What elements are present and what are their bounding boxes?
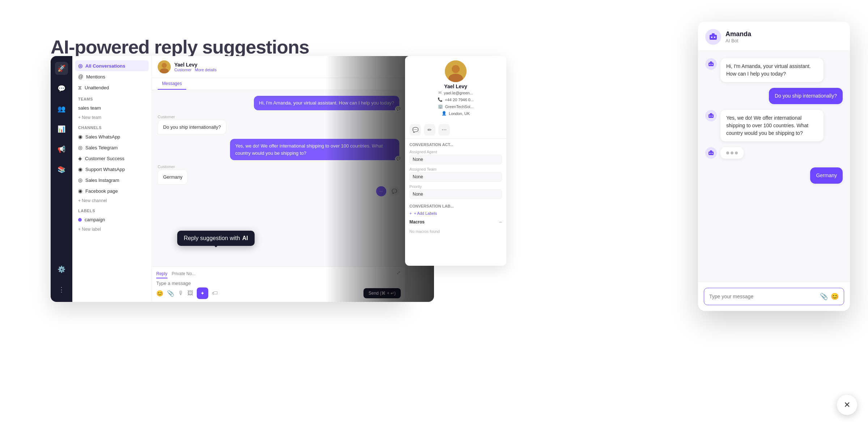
assigned-agent-label: Assigned Agent bbox=[409, 150, 502, 154]
svg-rect-18 bbox=[709, 151, 714, 155]
svg-point-1 bbox=[162, 63, 167, 68]
audio-icon[interactable]: 🎙 bbox=[178, 290, 184, 296]
close-button[interactable]: ✕ bbox=[837, 395, 857, 415]
amanda-bubble-3: Yes, we do! We offer international shipp… bbox=[720, 110, 824, 141]
mentions-icon: @ bbox=[78, 74, 83, 80]
sidebar-add-label[interactable]: + New label bbox=[72, 225, 152, 234]
email-icon: ✉ bbox=[438, 90, 442, 95]
emoji-icon[interactable]: 😊 bbox=[156, 290, 163, 297]
sidebar-item-all-conversations[interactable]: ◎ All Conversations bbox=[75, 60, 149, 71]
more-details-link[interactable]: More details bbox=[195, 68, 217, 72]
nav-icon-bar: 🚀 💬 👥 📊 📢 📚 ⚙️ ⋮ bbox=[51, 56, 72, 302]
amanda-role: AI Bot bbox=[726, 38, 751, 43]
facebook-icon: ◉ bbox=[78, 188, 82, 194]
nav-icon-library[interactable]: 📚 bbox=[55, 163, 68, 176]
sidebar-item-customer-success[interactable]: ◈ Customer Success bbox=[72, 153, 152, 164]
typing-dot-1 bbox=[726, 151, 729, 154]
svg-point-21 bbox=[712, 153, 713, 154]
svg-rect-10 bbox=[709, 63, 714, 66]
tab-messages[interactable]: Messages bbox=[158, 78, 186, 90]
message-bubble-customer-2: Germany bbox=[158, 170, 188, 185]
sidebar-item-sales-whatsapp[interactable]: ◉ Sales WhatsApp bbox=[72, 131, 152, 142]
customer-label-2: Customer bbox=[158, 165, 175, 169]
amanda-emoji-icon[interactable]: 😊 bbox=[831, 293, 839, 300]
svg-point-13 bbox=[712, 64, 713, 65]
svg-rect-11 bbox=[710, 61, 712, 63]
amanda-typing-avatar bbox=[705, 147, 717, 159]
unattended-icon: ⧖ bbox=[78, 85, 82, 91]
amanda-bubble-4: Germany bbox=[810, 167, 843, 184]
sidebar-item-sales-team[interactable]: sales team bbox=[72, 103, 152, 113]
panel-section-labels: Conversation Lab... bbox=[405, 200, 506, 210]
customer-label-1: Customer bbox=[158, 115, 175, 119]
sidebar-item-sales-telegram[interactable]: ◎ Sales Telegram bbox=[72, 142, 152, 153]
image-icon[interactable]: 🖼 bbox=[187, 290, 193, 296]
svg-point-9 bbox=[714, 37, 715, 38]
svg-point-16 bbox=[710, 116, 711, 117]
nav-icon-settings[interactable]: ⚙️ bbox=[55, 263, 68, 276]
sidebar-section-channels: Channels bbox=[72, 122, 152, 131]
amanda-input-area: 📎 😊 bbox=[698, 282, 850, 311]
panel-action-more[interactable]: ⋯ bbox=[438, 124, 450, 136]
svg-point-17 bbox=[712, 116, 713, 117]
amanda-bubble-1: Hi, I'm Amanda, your virtual assistant. … bbox=[720, 58, 824, 82]
sidebar-item-mentions[interactable]: @ Mentions bbox=[72, 71, 152, 82]
whatsapp-icon-1: ◉ bbox=[78, 134, 82, 140]
sidebar-item-unattended[interactable]: ⧖ Unattended bbox=[72, 82, 152, 93]
amanda-bubble-2: Do you ship internationally? bbox=[769, 88, 843, 104]
assigned-team-field: Assigned Team None bbox=[405, 166, 506, 183]
sidebar-section-teams: Teams bbox=[72, 93, 152, 103]
telegram-icon: ◎ bbox=[78, 145, 82, 150]
sidebar-item-support-whatsapp[interactable]: ◉ Support WhatsApp bbox=[72, 164, 152, 175]
customer-avatar bbox=[158, 60, 171, 73]
no-macros-found: No macros found bbox=[405, 227, 506, 236]
sidebar-item-sales-instagram[interactable]: ◎ Sales Instagram bbox=[72, 175, 152, 185]
amanda-input-box: 📎 😊 bbox=[704, 288, 844, 305]
customer-company-row: 🏢 GreenTechSol... bbox=[434, 103, 478, 110]
typing-dot-3 bbox=[735, 151, 738, 154]
sidebar-section-labels: Labels bbox=[72, 205, 152, 214]
customer-success-icon: ◈ bbox=[78, 155, 82, 161]
sidebar-add-team[interactable]: + New team bbox=[72, 113, 152, 122]
nav-icon-chat[interactable]: 💬 bbox=[55, 82, 68, 95]
svg-point-8 bbox=[711, 37, 712, 38]
reply-tab-private[interactable]: Private No... bbox=[172, 270, 196, 278]
nav-icon-megaphone[interactable]: 📢 bbox=[55, 143, 68, 156]
add-labels-row[interactable]: + + Add Labels bbox=[405, 210, 506, 217]
location-icon: 👤 bbox=[442, 111, 447, 116]
sidebar-item-campaign[interactable]: campaign bbox=[72, 214, 152, 225]
amanda-message-1: Hi, I'm Amanda, your virtual assistant. … bbox=[705, 58, 843, 82]
nav-icon-reports[interactable]: 📊 bbox=[55, 123, 68, 136]
customer-panel-header: Yael Levy ✉ yael.le@green... 📞 +44 20 79… bbox=[405, 56, 506, 121]
assigned-agent-value[interactable]: None bbox=[409, 155, 502, 164]
macros-collapse[interactable]: − bbox=[499, 219, 502, 225]
amanda-message-input[interactable] bbox=[709, 294, 817, 299]
amanda-typing bbox=[705, 147, 843, 162]
typing-dot-2 bbox=[731, 151, 733, 154]
company-icon: 🏢 bbox=[438, 104, 443, 109]
sidebar-add-channel[interactable]: + New channel bbox=[72, 196, 152, 205]
priority-value[interactable]: None bbox=[409, 189, 502, 199]
blur-left bbox=[0, 0, 51, 444]
reply-tab-reply[interactable]: Reply bbox=[156, 270, 167, 278]
panel-action-edit[interactable]: ✏ bbox=[424, 124, 435, 136]
amanda-bot-panel: Amanda AI Bot Hi, I'm Amanda, your virtu… bbox=[698, 22, 850, 311]
amanda-msg-avatar-3 bbox=[705, 110, 717, 121]
svg-rect-6 bbox=[710, 35, 717, 40]
panel-action-chat[interactable]: 💬 bbox=[409, 124, 421, 136]
svg-rect-14 bbox=[709, 114, 714, 118]
amanda-header: Amanda AI Bot bbox=[698, 22, 850, 51]
tag-icon[interactable]: 🏷 bbox=[212, 290, 218, 296]
nav-icon-dots[interactable]: ⋮ bbox=[55, 283, 68, 296]
nav-icon-contacts[interactable]: 👥 bbox=[55, 102, 68, 115]
nav-icon-rocket[interactable]: 🚀 bbox=[55, 62, 68, 75]
attachment-icon[interactable]: 📎 bbox=[167, 290, 174, 297]
amanda-avatar bbox=[705, 29, 721, 45]
assigned-team-value[interactable]: None bbox=[409, 172, 502, 182]
ai-reply-button[interactable]: ✦ bbox=[197, 287, 208, 299]
sidebar-item-facebook[interactable]: ◉ Facebook page bbox=[72, 185, 152, 196]
amanda-message-3: Yes, we do! We offer international shipp… bbox=[705, 110, 843, 141]
svg-point-12 bbox=[710, 64, 711, 65]
assigned-team-label: Assigned Team bbox=[409, 167, 502, 171]
amanda-attachment-icon[interactable]: 📎 bbox=[820, 293, 828, 300]
